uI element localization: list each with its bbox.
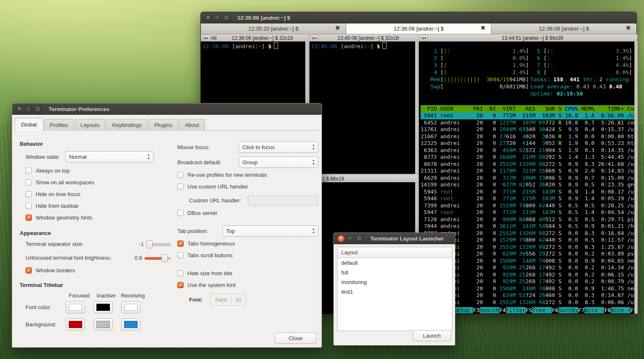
separator-size-value: -1 [139,241,144,247]
checkbox-hide-size-from-title[interactable]: Hide size from title [177,270,318,276]
layout-launcher-window: ✕ − ▢ Terminator Layout Launcher Layout … [333,232,455,346]
maximize-icon[interactable]: ▢ [223,14,230,21]
layout-item-default[interactable]: default [338,258,452,268]
url-handler-field[interactable] [248,195,318,206]
tab-3[interactable]: 12:36:08 [andrei:~] $ ✖ [491,23,636,34]
checkbox-always-on-top[interactable]: Always on top [26,168,171,174]
htop-process-row: 5945 root 20 0 771M 215M 183M S 0.9 1.4 … [421,189,634,196]
checkbox-hide-on-lose-focus[interactable]: Hide on lose focus [26,191,171,197]
font-color-focused-swatch[interactable] [66,301,85,313]
grouping-icon[interactable]: ⊞▾ [202,35,210,41]
checked-checkbox-icon[interactable]: ✓ [177,240,184,247]
layout-item-test1[interactable]: test1 [338,287,452,297]
url-handler-label: Custom URL handler: [189,197,242,204]
pane-titlebar-htop[interactable]: ⊞▾ 13:44:51 [andrei:~] $ 66x39 [419,34,637,42]
checkbox-tabs-homogeneous[interactable]: ✓Tabs homogeneous [177,240,318,247]
unchecked-checkbox-icon[interactable] [177,172,184,178]
checked-checkbox-icon[interactable]: ✓ [177,282,184,288]
checkbox-use-custom-url-handler[interactable]: Use custom URL handler [177,183,318,190]
unchecked-checkbox-icon[interactable] [26,203,32,209]
close-icon[interactable]: ✕ [16,106,23,113]
grouping-icon[interactable]: ⊞▾ [311,35,318,41]
unchecked-checkbox-icon[interactable] [177,183,184,190]
pane-titlebar-left[interactable]: ⊞▾ All 12:36:06 [andrei:~] $ 32x18 [201,34,308,42]
checkbox-use-the-system-font[interactable]: ✓Use the system font [177,282,318,288]
prefs-tab-profiles[interactable]: Profiles [44,119,74,131]
layout-item-monitoring[interactable]: monitoring [338,277,452,287]
font-color-receiving-swatch[interactable] [121,301,140,313]
htop-tasks-load: 5 [|| 3.3%] 6 [| 1.4%] 7 [|| 4.4%] 8 [ 0… [530,47,632,97]
launcher-titlebar[interactable]: ✕ − ▢ Terminator Layout Launcher [334,233,455,244]
minimize-icon[interactable]: − [25,106,32,113]
unchecked-checkbox-icon[interactable] [177,210,184,216]
close-tab-icon[interactable]: ✖ [480,25,485,31]
background-focused-swatch[interactable] [66,318,85,331]
window-state-dropdown[interactable]: Normal ▴▾ [65,151,153,163]
unchecked-checkbox-icon[interactable] [26,168,32,174]
terminator-titlebar[interactable]: ✕ − ▢ 12:36:06 [andrei:~] $ [201,12,636,23]
window-title: 12:36:06 [andrei:~] $ [237,15,290,21]
scrollbar[interactable] [415,41,418,174]
checkbox-label: Re-use profiles for new terminals [187,172,267,178]
checkbox-window-geometry-hints[interactable]: ✓Window geometry hints [26,214,171,221]
unchecked-checkbox-icon[interactable] [26,179,32,186]
tab-position-dropdown[interactable]: Top ▴▾ [222,225,318,237]
prefs-tab-about[interactable]: About [179,119,205,131]
font-button[interactable]: Sans 10 [210,294,246,306]
close-tab-icon[interactable]: ✖ [335,25,340,31]
prefs-tab-keybindings[interactable]: Keybindings [106,119,148,131]
background-label: Background: [26,321,66,328]
separator-size-slider[interactable] [146,240,171,248]
checkbox-show-on-all-workspaces[interactable]: Show on all workspaces [26,179,171,186]
scrollbar[interactable] [634,41,638,314]
tab-1[interactable]: 12:35:20 [andrei:~] $ ✖ [201,23,346,34]
prefs-tab-layouts[interactable]: Layouts [75,119,106,131]
pane-title-text: ~] $ 66x19 [320,176,344,182]
brightness-slider[interactable] [145,254,171,261]
background-receiving-swatch[interactable] [121,318,140,331]
htop-process-row: 6452 andrei 20 0 1227M 107M 60772 R 10.8… [421,119,634,127]
preferences-titlebar[interactable]: ✕ − ▢ Terminator Preferences [12,103,322,115]
checkbox-hide-from-taskbar[interactable]: Hide from taskbar [26,203,171,209]
launch-button[interactable]: Launch [413,330,451,341]
prefs-tab-plugins[interactable]: Plugins [148,119,178,131]
minimize-icon[interactable]: − [347,235,354,242]
maximize-icon[interactable]: ▢ [356,235,363,242]
grouping-icon[interactable]: ⊞▾ [420,35,428,41]
terminal-cursor [274,42,278,49]
font-color-label: Font color: [26,304,66,310]
terminal-pane-middle[interactable]: 13:45:06 [andrei:~] $ [309,41,415,174]
checkbox-dbus-server[interactable]: DBus server [177,210,318,216]
close-button[interactable]: Close [275,333,317,344]
checkbox-label: Always on top [36,168,70,174]
preferences-window: ✕ − ▢ Terminator Preferences GlobalProfi… [12,103,322,348]
layout-list-header[interactable]: Layout [338,247,452,258]
checked-checkbox-icon[interactable]: ✓ [26,267,32,274]
layout-item-full[interactable]: full [338,268,452,277]
pane-titlebar-middle[interactable]: ⊞▾ 13:45:06 [andrei:~] $ 32x18 [309,34,418,42]
prefs-tab-global[interactable]: Global [15,118,43,131]
close-icon[interactable]: ✕ [338,235,345,242]
font-color-inactive-swatch[interactable] [93,301,113,313]
section-behavior: Behavior [20,141,171,147]
htop-table-header[interactable]: PID USER PRI NI VIRT RES SHR S CPU% MEM%… [421,105,634,112]
pane-title-text: 13:45:06 [andrei:~] $ 32x18 [318,35,418,41]
unchecked-checkbox-icon[interactable] [26,191,32,197]
checkbox-re-use-profiles-for-new-terminals[interactable]: Re-use profiles for new terminals [177,172,318,178]
htop-process-row: 6363 andrei 20 0 454M 52572 21904 S 1.9 … [421,147,634,154]
close-icon[interactable]: ✕ [205,14,212,21]
background-inactive-swatch[interactable] [93,318,113,331]
unchecked-checkbox-icon[interactable] [177,270,184,276]
minimize-icon[interactable]: − [214,14,221,21]
tab-2-active[interactable]: 12:36:06 [andrei:~] $ ✖ [346,23,492,34]
checkbox-tabs-scroll-buttons[interactable]: Tabs scroll buttons [177,252,318,258]
maximize-icon[interactable]: ▢ [34,106,42,113]
broadcast-dropdown[interactable]: Group ▴▾ [239,157,318,168]
checked-checkbox-icon[interactable]: ✓ [26,214,32,221]
htop-process-row: 7128 andrei 20 0 990M 86088 40512 S 0.5 … [421,216,634,223]
close-tab-icon[interactable]: ✖ [626,25,631,31]
htop-process-row: 7399 andrei 20 0 1529M 79800 42440 S 0.5… [421,202,634,209]
unchecked-checkbox-icon[interactable] [177,252,184,258]
mouse-focus-dropdown[interactable]: Click to focus ▴▾ [239,142,318,153]
checkbox-window-borders[interactable]: ✓Window borders [26,267,171,274]
